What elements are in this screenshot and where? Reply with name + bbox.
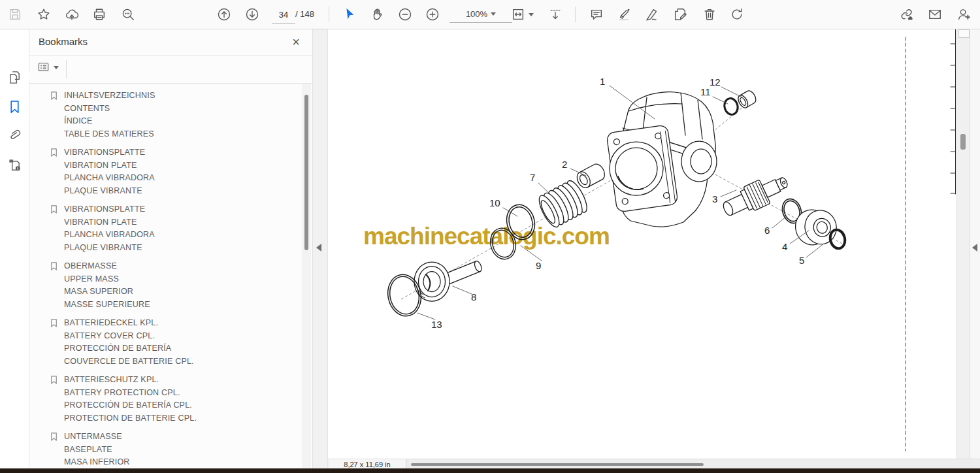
panel-notch bbox=[25, 72, 29, 81]
bookmark-line: MASA INFERIOR bbox=[64, 456, 146, 468]
bookmark-line: VIBRATIONSPLATTE bbox=[64, 203, 155, 216]
comment-icon bbox=[589, 7, 604, 22]
bookmark-line: VIBRATION PLATE bbox=[64, 216, 155, 229]
add-account-icon bbox=[956, 7, 971, 22]
bookmark-icon bbox=[49, 431, 59, 442]
bookmark-entry-text: VIBRATIONSPLATTEVIBRATION PLATEPLANCHA V… bbox=[64, 203, 155, 254]
trash-icon bbox=[702, 7, 717, 22]
bookmark-line: BATTERIESCHUTZ KPL. bbox=[64, 374, 197, 387]
page-thumbnails-button[interactable] bbox=[5, 67, 24, 87]
bookmark-entry[interactable]: INHALTSVERZEICHNISCONTENTSÍNDICETABLE DE… bbox=[49, 90, 301, 140]
bookmark-icon bbox=[49, 261, 59, 272]
bookmark-entry[interactable]: UNTERMASSEBASEPLATEMASA INFERIORMASSE IN… bbox=[49, 431, 301, 468]
bookmark-icon bbox=[49, 374, 59, 385]
comment-button[interactable] bbox=[586, 4, 607, 25]
tools-pane-edge bbox=[970, 29, 980, 459]
account-button[interactable] bbox=[953, 4, 974, 25]
collapse-panel-arrow[interactable] bbox=[316, 244, 321, 252]
chevron-down-icon bbox=[529, 13, 534, 16]
attachments-button[interactable] bbox=[5, 125, 24, 145]
hand-tool-button[interactable] bbox=[367, 4, 388, 25]
expand-tools-arrow[interactable] bbox=[972, 244, 977, 252]
bookmark-line: BATTERY COVER CPL. bbox=[64, 330, 194, 343]
next-page-button[interactable] bbox=[242, 4, 263, 25]
fill-sign-button[interactable] bbox=[642, 4, 662, 25]
print-button[interactable] bbox=[89, 4, 110, 25]
bookmark-line: PROTECTION DE BATTERIE CPL. bbox=[64, 412, 197, 425]
page-size-label: 8,27 x 11,69 in bbox=[329, 459, 406, 469]
bookmark-line: PROTECCIÓN DE BATERÍA bbox=[64, 342, 194, 355]
bookmark-line: TABLE DES MATIERES bbox=[64, 128, 155, 141]
document-info-icon bbox=[7, 157, 22, 172]
bookmark-line: MASSE SUPERIEURE bbox=[64, 299, 150, 312]
bookmark-line: BATTERY PROTECTION CPL. bbox=[64, 387, 197, 400]
bookmarks-panel-button[interactable] bbox=[5, 97, 24, 116]
panel-scrollbar-thumb[interactable] bbox=[304, 95, 308, 250]
bookmarks-panel-icon bbox=[7, 99, 22, 114]
horizontal-scrollbar[interactable]: 8,27 x 11,69 in bbox=[327, 459, 980, 469]
page-number-input[interactable] bbox=[272, 6, 295, 24]
fit-width-dropdown[interactable] bbox=[511, 5, 534, 24]
email-icon bbox=[928, 7, 942, 22]
bookmark-line: INHALTSVERZEICHNIS bbox=[64, 90, 155, 103]
bookmark-entry[interactable]: BATTERIEDECKEL KPL.BATTERY COVER CPL.PRO… bbox=[49, 317, 301, 368]
scrollbar-top-button[interactable] bbox=[958, 29, 970, 38]
toolbar: / 148 100% bbox=[0, 0, 980, 29]
bookmark-entry-text: VIBRATIONSPLATTEVIBRATION PLATEPLANCHA V… bbox=[64, 146, 155, 197]
vertical-scrollbar-thumb[interactable] bbox=[960, 134, 966, 150]
pdf-viewer-window: / 148 100% bbox=[0, 0, 980, 473]
panel-scrollbar[interactable] bbox=[302, 84, 311, 468]
zoom-in-button[interactable] bbox=[422, 4, 443, 25]
bookmark-entry[interactable]: OBERMASSEUPPER MASSMASA SUPERIORMASSE SU… bbox=[49, 260, 301, 311]
scroll-mode-button[interactable] bbox=[545, 4, 566, 25]
panel-splitter[interactable] bbox=[312, 29, 328, 468]
document-info-button[interactable] bbox=[5, 155, 24, 174]
zoom-out-icon bbox=[398, 7, 412, 22]
bookmark-line: PLANCHA VIBRADORA bbox=[64, 229, 155, 242]
horizontal-scrollbar-thumb[interactable] bbox=[411, 463, 704, 466]
page-thumbnails-icon bbox=[7, 70, 22, 85]
bookmarks-options-button[interactable] bbox=[37, 61, 59, 74]
bookmark-icon bbox=[49, 318, 59, 329]
bookmark-entry-text: BATTERIEDECKEL KPL.BATTERY COVER CPL.PRO… bbox=[64, 317, 194, 368]
callout-label: 9 bbox=[536, 260, 541, 271]
select-tool-icon bbox=[342, 7, 357, 22]
callout-label: 12 bbox=[710, 76, 721, 88]
highlight-button[interactable] bbox=[614, 4, 635, 25]
scroll-mode-icon bbox=[548, 7, 563, 22]
email-button[interactable] bbox=[924, 4, 945, 25]
previous-page-button[interactable] bbox=[214, 4, 235, 25]
options-separator bbox=[66, 60, 67, 78]
bookmark-line: BASEPLATE bbox=[64, 444, 146, 457]
vertical-scrollbar[interactable] bbox=[956, 29, 970, 459]
bookmark-entry[interactable]: BATTERIESCHUTZ KPL.BATTERY PROTECTION CP… bbox=[49, 374, 301, 425]
callout-label: 10 bbox=[489, 197, 500, 208]
bookmark-line: PROTECCIÓN DE BATERÍA CPL. bbox=[64, 399, 197, 412]
share-upload-button[interactable] bbox=[61, 4, 82, 25]
bookmark-line: PLANCHA VIBRADORA bbox=[64, 172, 155, 185]
delete-pages-button[interactable] bbox=[699, 4, 720, 25]
organize-pages-icon bbox=[673, 7, 687, 22]
select-tool-button[interactable] bbox=[339, 4, 360, 25]
find-button[interactable] bbox=[118, 4, 139, 25]
print-icon bbox=[92, 7, 106, 22]
zoom-out-button[interactable] bbox=[395, 4, 416, 25]
bookmark-line: UNTERMASSE bbox=[64, 431, 146, 444]
bookmark-line: VIBRATIONSPLATTE bbox=[64, 146, 155, 159]
chevron-down-icon bbox=[54, 66, 59, 69]
left-rail bbox=[0, 29, 29, 468]
zoom-level-dropdown[interactable]: 100% bbox=[449, 5, 512, 23]
save-button[interactable] bbox=[5, 4, 25, 25]
favorite-button[interactable] bbox=[33, 4, 54, 25]
save-icon bbox=[8, 7, 22, 22]
highlight-icon bbox=[617, 7, 632, 22]
rotate-pages-button[interactable] bbox=[727, 4, 747, 25]
fill-sign-icon bbox=[645, 7, 659, 22]
bookmark-entry[interactable]: VIBRATIONSPLATTEVIBRATION PLATEPLANCHA V… bbox=[49, 203, 301, 254]
bookmark-entry[interactable]: VIBRATIONSPLATTEVIBRATION PLATEPLANCHA V… bbox=[49, 146, 301, 197]
page-count-label: / 148 bbox=[295, 9, 314, 19]
close-panel-button[interactable]: × bbox=[288, 34, 304, 50]
share-link-button[interactable] bbox=[896, 4, 917, 25]
organize-pages-button[interactable] bbox=[670, 4, 691, 25]
bookmark-icon bbox=[49, 90, 59, 101]
